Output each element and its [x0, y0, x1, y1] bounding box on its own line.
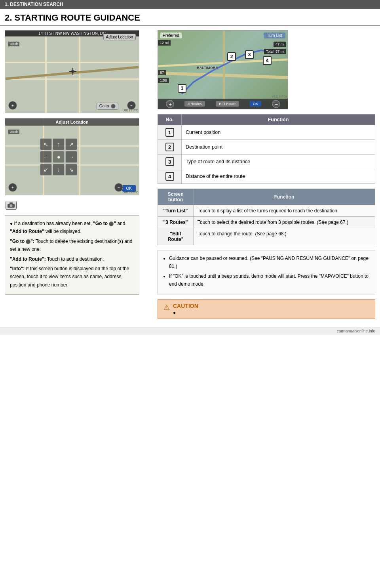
screen-table-col2: Function: [194, 189, 375, 205]
nav-editroute-btn[interactable]: Edit Route: [216, 101, 239, 107]
info-line-4: "Info": If this screen button is display…: [10, 265, 134, 289]
crosshair-icon: [69, 68, 76, 75]
top-bar: 1. DESTINATION SEARCH: [0, 0, 380, 9]
caution-icon: ⚠: [163, 303, 170, 312]
nav-badge-2: 2: [227, 52, 236, 61]
func-table-func: Distance of the entire route: [182, 169, 375, 184]
map1-road-h1: [5, 62, 139, 63]
nav-badge-1: 1: [178, 84, 186, 93]
num-badge: 3: [165, 157, 174, 166]
screen-table-btn: "Turn List": [158, 205, 194, 217]
left-column: 14TH ST NW NW WASHINGTON, DC Adjust Loca…: [5, 30, 151, 323]
num-badge: 4: [165, 172, 174, 181]
nav-left-info2: 87: [158, 70, 166, 75]
map1-adjust-btn[interactable]: Adjust Location: [103, 34, 136, 40]
info-line-1: ● If a destination has already been set,…: [10, 220, 134, 236]
nav-zoom-out-btn[interactable]: +: [166, 100, 174, 108]
func-table-row: 1Current position: [158, 125, 375, 140]
screen-table-btn: "3 Routes": [158, 217, 194, 228]
caution-content: CAUTION ●: [173, 303, 198, 315]
func-table-row: 4Distance of the entire route: [158, 169, 375, 184]
func-table-num: 3: [158, 155, 182, 169]
func-table-col2: Function: [182, 115, 375, 125]
screen-button-table: Screen button Function "Turn List"Touch …: [158, 189, 375, 245]
map2-plus-btn[interactable]: +: [8, 183, 17, 192]
num-badge: 2: [165, 143, 174, 151]
func-table-col1: No.: [158, 115, 182, 125]
nav-stamp: VB1193TCa: [272, 95, 287, 98]
zoom-out-icon: +: [166, 100, 174, 108]
screen-table-row: "3 Routes"Touch to select the desired ro…: [158, 217, 375, 228]
map2-stamp: UB1292TC: [122, 191, 138, 194]
arrow-down-left[interactable]: ↙: [40, 164, 52, 176]
screen-table-col1: Screen button: [158, 189, 194, 205]
zoom-in-icon: −: [272, 100, 280, 108]
function-table: No. Function 1Current position2Destinati…: [158, 114, 375, 184]
nav-badge-4: 4: [263, 56, 272, 65]
nav-turn-list-btn[interactable]: Turn List: [264, 32, 285, 38]
map2-label: Adjust Location: [5, 118, 139, 126]
arrow-up-left[interactable]: ↖: [40, 138, 52, 150]
info-box: ● If a destination has already been set,…: [5, 215, 139, 295]
goto-circle-icon2: [26, 239, 30, 244]
nav-info-distance1: 47 mi: [274, 42, 286, 47]
arrow-down[interactable]: ↓: [53, 164, 65, 176]
nav-preferred-label: Preferred: [160, 32, 182, 38]
section-title-text: 2. STARTING ROUTE GUIDANCE: [5, 13, 140, 23]
func-table-row: 2Destination point: [158, 140, 375, 155]
goto-circle-icon: [109, 221, 114, 226]
nav-3routes-btn[interactable]: 3 Routes: [184, 101, 205, 107]
map1-scale: 300ft: [8, 42, 19, 46]
num-badge: 1: [165, 128, 174, 137]
screen-table-func: Touch to display a list of the turns req…: [194, 205, 375, 217]
arrow-left[interactable]: ←: [40, 151, 52, 163]
nav-info-total-label: Total 87 mi: [264, 49, 286, 54]
minus-icon2: −: [118, 185, 120, 190]
camera-icon: [6, 201, 17, 210]
map1-plus-btn[interactable]: +: [8, 101, 17, 110]
nav-badge-3: 3: [245, 50, 254, 59]
func-table-num: 4: [158, 169, 182, 184]
nav-route-svg: [158, 31, 288, 109]
func-table-row: 3Type of route and its distance: [158, 155, 375, 169]
bullet-item: Guidance can be paused or resumed. (See …: [169, 254, 370, 271]
footer-url: carmanualsonline.info: [337, 329, 375, 333]
map2-scale: 300ft: [8, 130, 19, 134]
nav-left-info3: 1:56: [158, 78, 169, 83]
map1-container: 14TH ST NW NW WASHINGTON, DC Adjust Loca…: [5, 30, 139, 113]
minus-icon: −: [130, 103, 133, 108]
svg-text:+: +: [169, 101, 172, 107]
svg-point-4: [10, 204, 13, 207]
map1-goto-btn[interactable]: Go to: [97, 103, 118, 110]
func-table-func: Destination point: [182, 140, 375, 155]
nav-zoom-in-btn[interactable]: −: [272, 100, 280, 108]
nav-ok-btn[interactable]: OK: [250, 101, 261, 107]
arrow-center: ●: [53, 151, 65, 163]
info-line-2: "Go to ": Touch to delete the existing d…: [10, 237, 134, 254]
map2-road-v2: [79, 118, 80, 195]
func-table-num: 1: [158, 125, 182, 140]
camera-svg: [8, 202, 15, 208]
nav-left-info1: 12 mi: [158, 40, 171, 46]
map1-road-h2: [5, 78, 139, 80]
map1-stamp: UB1191TC: [122, 109, 138, 112]
right-column: BALTIMORE Preferred Turn List 1 2 3 4 47…: [158, 30, 375, 323]
svg-rect-5: [10, 202, 13, 204]
arrow-up-right[interactable]: ↗: [65, 138, 77, 150]
section-title: 2. STARTING ROUTE GUIDANCE: [0, 9, 380, 26]
info-line-3: "Add to Route": Touch to add a destinati…: [10, 255, 134, 263]
func-table-num: 2: [158, 140, 182, 155]
plus-icon: +: [11, 103, 14, 108]
map2-minus-btn[interactable]: −: [114, 183, 123, 192]
plus-icon2: +: [11, 185, 14, 190]
goto-icon: [111, 104, 116, 109]
arrow-down-right[interactable]: ↘: [65, 164, 77, 176]
nav-top-bar: Preferred Turn List: [158, 31, 288, 40]
arrow-right[interactable]: →: [65, 151, 77, 163]
svg-text:−: −: [275, 101, 278, 107]
screen-table-func: Touch to select the desired route from 3…: [194, 217, 375, 228]
arrow-up[interactable]: ↑: [53, 138, 65, 150]
top-bar-label: 1. DESTINATION SEARCH: [5, 2, 63, 7]
caution-title: CAUTION: [173, 303, 198, 309]
nav-city-label: BALTIMORE: [197, 66, 218, 70]
